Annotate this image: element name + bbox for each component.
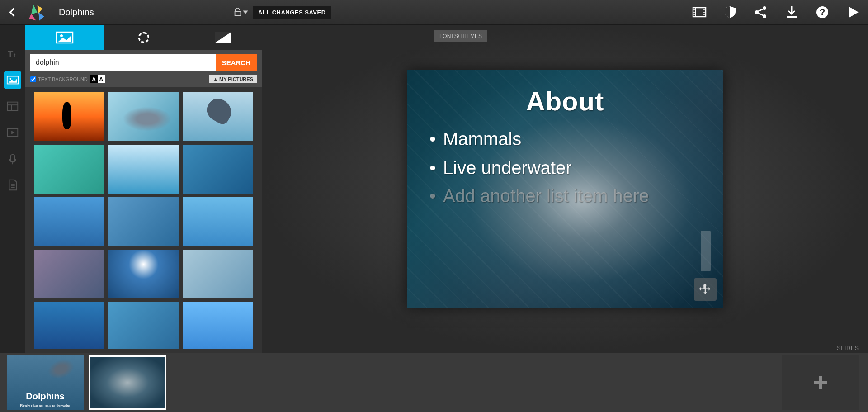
svg-marker-27 xyxy=(8,79,17,82)
panel-tab-photos[interactable] xyxy=(25,25,104,50)
slide-canvas[interactable]: About Mammals Live underwater Add anothe… xyxy=(407,70,723,308)
svg-rect-19 xyxy=(787,16,797,18)
text-background-checkbox[interactable]: TEXT BACKGROUND xyxy=(30,76,88,82)
lock-icon[interactable] xyxy=(233,7,248,17)
image-result[interactable] xyxy=(183,92,253,141)
image-result[interactable] xyxy=(183,145,253,194)
sidebar-audio-tool[interactable] xyxy=(4,150,21,167)
slide-bullet-placeholder[interactable]: Add another list item here xyxy=(429,182,701,209)
slide-bullet-list[interactable]: Mammals Live underwater Add another list… xyxy=(429,124,701,209)
sidebar-text-tool[interactable]: Tt xyxy=(4,45,21,62)
svg-marker-4 xyxy=(243,10,248,14)
sidebar-layout-tool[interactable] xyxy=(4,98,21,115)
image-result[interactable] xyxy=(108,92,179,141)
image-result[interactable] xyxy=(108,250,179,298)
image-result[interactable] xyxy=(34,92,104,141)
svg-marker-1 xyxy=(38,5,43,14)
slides-section-label: SLIDES xyxy=(837,345,859,351)
crop-handle[interactable] xyxy=(701,231,711,271)
panel-tab-backgrounds[interactable] xyxy=(183,25,262,50)
sidebar-video-tool[interactable] xyxy=(4,124,21,141)
share-icon[interactable] xyxy=(753,4,769,20)
image-result[interactable] xyxy=(34,302,104,349)
svg-point-37 xyxy=(60,34,63,37)
image-result[interactable] xyxy=(183,250,253,298)
image-results-grid[interactable] xyxy=(25,87,262,349)
slide-thumbnail-1[interactable]: Dolphins Really nice animals underwater xyxy=(7,355,84,410)
search-button[interactable]: SEARCH xyxy=(216,54,257,71)
svg-marker-2 xyxy=(29,14,36,20)
text-background-checkbox-input[interactable] xyxy=(30,76,36,82)
film-icon[interactable] xyxy=(691,4,708,20)
sidebar-document-tool[interactable] xyxy=(4,176,21,194)
svg-line-18 xyxy=(758,13,763,15)
image-result[interactable] xyxy=(183,197,253,246)
search-input[interactable] xyxy=(30,54,216,71)
svg-text:t: t xyxy=(13,52,15,59)
thumb-subtitle: Really nice animals underwater xyxy=(7,403,84,407)
slide-thumbnail-2[interactable] xyxy=(89,355,166,410)
presentation-title[interactable]: Dolphins xyxy=(59,7,94,18)
svg-text:T: T xyxy=(7,49,13,59)
slide-bullet-item[interactable]: Mammals xyxy=(429,124,701,153)
fonts-themes-button[interactable]: FONTS/THEMES xyxy=(434,30,487,42)
svg-marker-32 xyxy=(11,131,15,134)
help-icon[interactable]: ? xyxy=(814,4,830,20)
svg-point-26 xyxy=(9,78,11,80)
panel-tab-shapes[interactable] xyxy=(104,25,183,50)
my-pictures-button[interactable]: ▲ MY PICTURES xyxy=(209,75,257,83)
svg-marker-22 xyxy=(849,7,859,18)
reposition-handle[interactable] xyxy=(694,278,717,301)
slide-bullet-item[interactable]: Live underwater xyxy=(429,153,701,182)
image-result[interactable] xyxy=(34,250,104,298)
image-result[interactable] xyxy=(108,197,179,246)
image-result[interactable] xyxy=(108,145,179,194)
app-logo xyxy=(27,2,47,23)
svg-marker-0 xyxy=(31,4,38,14)
image-result[interactable] xyxy=(34,145,104,194)
add-slide-button[interactable] xyxy=(782,355,859,410)
text-color-swatch[interactable]: AA xyxy=(90,75,105,83)
svg-marker-38 xyxy=(58,36,71,42)
download-icon[interactable] xyxy=(783,4,800,20)
svg-line-17 xyxy=(758,9,763,11)
back-button[interactable] xyxy=(7,5,20,19)
svg-marker-3 xyxy=(38,12,44,20)
slide-title[interactable]: About xyxy=(407,86,723,116)
play-icon[interactable] xyxy=(845,4,861,20)
thumb-title: Dolphins xyxy=(7,391,84,402)
shield-icon[interactable] xyxy=(722,4,738,20)
svg-rect-28 xyxy=(7,102,18,111)
saved-status-badge: ALL CHANGES SAVED xyxy=(253,6,331,19)
svg-text:?: ? xyxy=(820,7,825,17)
image-result[interactable] xyxy=(183,302,253,349)
sidebar-image-tool[interactable] xyxy=(4,71,21,89)
image-result[interactable] xyxy=(34,197,104,246)
image-result[interactable] xyxy=(108,302,179,349)
text-background-label: TEXT BACKGROUND xyxy=(38,76,88,82)
